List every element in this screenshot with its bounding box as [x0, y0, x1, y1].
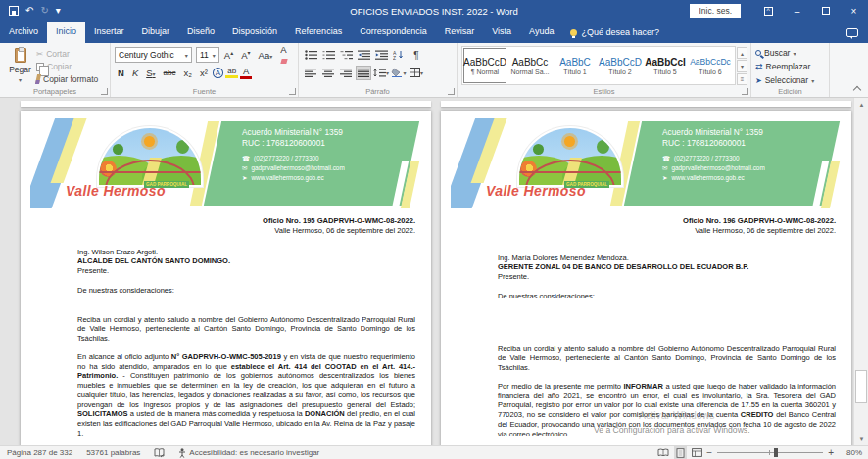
proofing-status[interactable] — [147, 448, 171, 458]
align-left-button[interactable] — [303, 66, 318, 80]
styles-scroll-down-icon[interactable]: ▾ — [737, 60, 747, 71]
scrollbar-thumb[interactable] — [855, 370, 867, 403]
zoom-percentage[interactable]: 80% — [839, 448, 862, 457]
borders-button[interactable]: ▾ — [409, 66, 424, 80]
tab-correspondencia[interactable]: Correspondencia — [351, 22, 436, 43]
justify-button[interactable] — [356, 66, 371, 80]
style-normal[interactable]: AaBbCcD ¶ Normal — [463, 48, 506, 83]
scroll-up-icon[interactable]: ▲ — [854, 98, 868, 111]
close-button[interactable]: × — [840, 0, 868, 22]
word-count[interactable]: 53761 palabras — [79, 448, 147, 457]
sign-in-button[interactable]: Inic. ses. — [690, 4, 741, 18]
bullets-button[interactable] — [303, 48, 318, 63]
superscript-button[interactable]: x² — [197, 68, 211, 78]
styles-more-icon[interactable]: ≡ — [737, 73, 747, 85]
bold-button[interactable]: N — [115, 68, 127, 78]
phone-icon: ☎ — [242, 154, 250, 163]
font-dialog-launcher[interactable] — [289, 88, 296, 95]
styles-dialog-launcher[interactable] — [742, 88, 748, 95]
save-icon[interactable] — [9, 6, 19, 16]
bridge-deck — [519, 171, 621, 173]
style-titulo-5[interactable]: AaBbCcI Título 5 — [644, 48, 687, 83]
group-paragraph: AZ ¶ ▾ ▾ ▾ Párrafo — [299, 43, 458, 97]
font-size-combo[interactable]: 11 ▾ — [196, 47, 219, 63]
document-canvas[interactable]: Valle Hermoso GAD PARROQUIAL Acuerdo Min… — [0, 98, 868, 445]
comments-icon[interactable] — [846, 28, 858, 37]
clear-formatting-button[interactable]: A — [277, 44, 295, 66]
customize-qat-icon[interactable]: ▾ — [56, 6, 61, 16]
zoom-slider[interactable] — [717, 452, 823, 453]
tell-me-box[interactable]: ¿Qué desea hacer? — [562, 22, 667, 43]
select-button[interactable]: ➤ Seleccionar ▾ — [755, 73, 826, 87]
style-normal-sa[interactable]: AaBbCc Normal Sa... — [508, 48, 552, 83]
minimize-button[interactable]: – — [783, 0, 811, 22]
line-spacing-button[interactable]: ▾ — [373, 66, 389, 80]
tab-ayuda[interactable]: Ayuda — [520, 22, 562, 43]
restore-button[interactable] — [811, 0, 840, 22]
font-color-button[interactable]: A — [240, 66, 252, 79]
vertical-scrollbar[interactable]: ▲ ▼ — [853, 98, 868, 445]
change-case-button[interactable]: Aa▾ — [256, 50, 276, 61]
clipboard-dialog-launcher[interactable] — [101, 88, 108, 95]
tab-dibujar[interactable]: Dibujar — [133, 22, 179, 43]
decrease-indent-button[interactable] — [356, 48, 371, 63]
collapse-ribbon-icon[interactable] — [853, 86, 861, 94]
subscript-button[interactable]: x₂ — [180, 68, 194, 78]
italic-button[interactable]: K — [129, 68, 141, 78]
scroll-down-icon[interactable]: ▼ — [854, 433, 868, 445]
document-page-2[interactable]: Valle Hermoso GAD PARROQUIAL Acuerdo Min… — [441, 111, 851, 445]
recipient-name: Ing. María Dolores Menendez Mendoza. — [498, 253, 836, 263]
redo-icon[interactable]: ↻ — [40, 6, 48, 16]
align-center-button[interactable] — [320, 66, 336, 80]
grow-font-button[interactable]: A — [221, 49, 236, 61]
multilevel-list-button[interactable] — [338, 48, 354, 63]
strikethrough-button[interactable]: abc — [161, 69, 179, 77]
font-name-combo[interactable]: Century Gothic ▾ — [115, 47, 192, 63]
style-titulo-6[interactable]: AaBbCcDc Título 6 — [689, 48, 732, 83]
zoom-slider-thumb[interactable] — [774, 448, 778, 457]
tab-inicio[interactable]: Inicio — [47, 22, 85, 43]
tab-disposicion[interactable]: Disposición — [223, 22, 286, 43]
undo-icon[interactable]: ↶ — [25, 6, 33, 16]
zoom-out-button[interactable]: − — [706, 447, 712, 458]
underline-button[interactable]: S▾ — [143, 68, 158, 78]
style-titulo-2[interactable]: AaBbCcD Título 2 — [599, 48, 642, 83]
shrink-font-button[interactable]: A — [238, 49, 253, 61]
copy-button[interactable]: Copiar — [36, 61, 98, 72]
tab-referencias[interactable]: Referencias — [286, 22, 351, 43]
ribbon-display-options-button[interactable] — [754, 0, 783, 22]
highlight-color-button[interactable]: ab — [225, 67, 238, 78]
shading-button[interactable]: ▾ — [391, 66, 407, 80]
tree-icon — [176, 140, 189, 154]
document-page-1[interactable]: Valle Hermoso GAD PARROQUIAL Acuerdo Min… — [21, 111, 431, 445]
cut-button[interactable]: ✂ Cortar — [36, 48, 98, 60]
style-sample: AaBbCcDc — [690, 57, 731, 68]
print-layout-button[interactable] — [676, 448, 685, 458]
replace-button[interactable]: ⇄ Reemplazar — [755, 60, 826, 73]
text-effects-button[interactable]: A — [213, 68, 223, 78]
accessibility-status[interactable]: Accesibilidad: es necesario investigar — [171, 448, 326, 458]
letterhead: Valle Hermoso GAD PARROQUIAL Acuerdo Min… — [30, 118, 421, 208]
ribbon-tab-row: Archivo Inicio Insertar Dibujar Diseño D… — [0, 22, 868, 43]
paste-button[interactable]: Pegar ▾ — [4, 46, 36, 85]
tab-revisar[interactable]: Revisar — [436, 22, 484, 43]
sort-button[interactable]: AZ — [391, 48, 407, 63]
tab-insertar[interactable]: Insertar — [85, 22, 133, 43]
numbering-button[interactable] — [320, 48, 336, 63]
paragraph-dialog-launcher[interactable] — [448, 88, 455, 95]
website-url: www.vallehermoso.gob.ec — [671, 173, 744, 183]
styles-scroll-up-icon[interactable]: ▴ — [737, 47, 747, 59]
style-titulo-1[interactable]: AaBbC Título 1 — [554, 48, 597, 83]
align-right-button[interactable] — [338, 66, 354, 80]
tab-diseno[interactable]: Diseño — [178, 22, 223, 43]
page-indicator[interactable]: Página 287 de 332 — [0, 448, 79, 457]
zoom-in-button[interactable]: + — [828, 447, 834, 458]
status-bar: Página 287 de 332 53761 palabras Accesib… — [0, 445, 868, 459]
tab-archivo[interactable]: Archivo — [0, 22, 47, 43]
web-layout-button[interactable] — [692, 448, 702, 457]
show-marks-button[interactable]: ¶ — [409, 48, 424, 63]
read-mode-button[interactable] — [657, 448, 669, 457]
tab-vista[interactable]: Vista — [483, 22, 520, 43]
find-button[interactable]: Buscar ▾ — [755, 46, 826, 60]
increase-indent-button[interactable] — [373, 48, 389, 63]
